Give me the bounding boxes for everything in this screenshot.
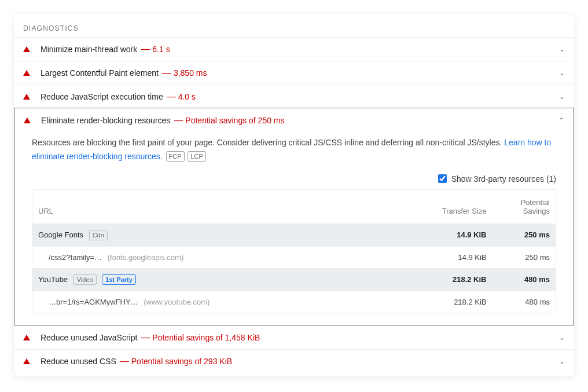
group-name: YouTube: [38, 275, 68, 284]
resource-url-cell: …br=1/rs=AGKMywFHY… (www.youtube.com): [32, 291, 385, 313]
audit-metric: Potential savings of 1,458 KiB: [152, 333, 260, 342]
chevron-down-icon: ⌄: [559, 93, 565, 101]
dash: —: [141, 332, 150, 343]
resource-row[interactable]: …br=1/rs=AGKMywFHY… (www.youtube.com) 21…: [32, 291, 556, 313]
diagnostics-panel: DIAGNOSTICS Minimize main-thread work — …: [14, 14, 574, 376]
chevron-down-icon: ⌄: [559, 357, 565, 365]
audit-title: Reduce unused JavaScript: [41, 333, 137, 342]
resource-host: (fonts.googleapis.com): [108, 253, 184, 262]
audit-metric: 6.1 s: [152, 45, 170, 54]
dash: —: [120, 356, 129, 367]
group-transfer: 218.2 KiB: [384, 268, 492, 291]
audit-header[interactable]: Minimize main-thread work — 6.1 s ⌄: [14, 38, 574, 61]
group-savings: 480 ms: [493, 268, 556, 291]
section-title: DIAGNOSTICS: [14, 14, 574, 37]
group-name-cell: Google Fonts Cdn: [32, 224, 385, 247]
table-header-row: URL Transfer Size Potential Savings: [32, 189, 556, 224]
triangle-icon: [23, 358, 30, 364]
audit-minimize-main-thread: Minimize main-thread work — 6.1 s ⌄: [14, 37, 574, 61]
dash: —: [162, 68, 171, 78]
fcp-badge: FCP: [166, 151, 185, 162]
resource-path: …br=1/rs=AGKMywFHY…: [38, 298, 138, 306]
resource-savings: 250 ms: [493, 247, 556, 268]
group-savings: 250 ms: [493, 224, 556, 247]
audit-title: Reduce unused CSS: [41, 357, 116, 366]
col-transfer: Transfer Size: [384, 189, 492, 224]
tag-cdn: Cdn: [89, 230, 108, 240]
chevron-up-icon: ⌃: [558, 116, 564, 124]
audit-title: Minimize main-thread work: [41, 45, 137, 54]
col-savings: Potential Savings: [493, 189, 556, 224]
chevron-down-icon: ⌄: [559, 45, 565, 53]
audit-unused-js: Reduce unused JavaScript — Potential sav…: [14, 325, 574, 349]
chevron-down-icon: ⌄: [559, 69, 565, 77]
resource-transfer: 218.2 KiB: [384, 291, 492, 313]
tag-1st-party: 1st Party: [102, 274, 135, 285]
audit-metric: Potential savings of 293 KiB: [131, 357, 232, 366]
audit-body: Resources are blocking the first paint o…: [14, 133, 574, 325]
lcp-badge: LCP: [188, 151, 205, 162]
chevron-down-icon: ⌄: [559, 334, 565, 342]
group-name: Google Fonts: [38, 230, 83, 239]
resource-savings: 480 ms: [493, 291, 556, 313]
show-3rd-party: Show 3rd-party resources (1): [32, 174, 556, 184]
audit-header[interactable]: Reduce unused JavaScript — Potential sav…: [14, 326, 574, 349]
desc-post: .: [160, 152, 165, 161]
audit-header[interactable]: Reduce unused CSS — Potential savings of…: [14, 350, 574, 373]
desc-text: Resources are blocking the first paint o…: [32, 138, 504, 147]
resource-transfer: 14.9 KiB: [384, 247, 492, 268]
triangle-icon: [23, 94, 30, 100]
audit-header[interactable]: Reduce JavaScript execution time — 4.0 s…: [14, 85, 574, 108]
dash: —: [174, 115, 183, 126]
dash: —: [167, 91, 176, 102]
col-url: URL: [32, 189, 385, 224]
group-transfer: 14.9 KiB: [384, 224, 492, 247]
triangle-icon: [23, 70, 30, 76]
triangle-icon: [24, 118, 31, 123]
audit-description: Resources are blocking the first paint o…: [32, 136, 556, 164]
resource-url-cell: /css2?family=… (fonts.googleapis.com): [32, 247, 385, 268]
group-row-google-fonts[interactable]: Google Fonts Cdn 14.9 KiB 250 ms: [32, 224, 556, 247]
resource-row[interactable]: /css2?family=… (fonts.googleapis.com) 14…: [32, 247, 556, 268]
audit-metric: 3,850 ms: [174, 68, 207, 78]
audit-render-blocking: Eliminate render-blocking resources — Po…: [14, 108, 574, 325]
audit-header[interactable]: Eliminate render-blocking resources — Po…: [14, 108, 574, 133]
audit-header[interactable]: Largest Contentful Paint element — 3,850…: [14, 61, 574, 85]
show-3rd-party-checkbox[interactable]: [438, 174, 447, 183]
audit-lcp-element: Largest Contentful Paint element — 3,850…: [14, 61, 574, 85]
audit-js-execution-time: Reduce JavaScript execution time — 4.0 s…: [14, 85, 574, 108]
resource-host: (www.youtube.com): [144, 298, 210, 306]
group-name-cell: YouTube Video 1st Party: [32, 268, 385, 291]
audit-title: Largest Contentful Paint element: [41, 68, 159, 78]
group-row-youtube[interactable]: YouTube Video 1st Party 218.2 KiB 480 ms: [32, 268, 556, 291]
show-3rd-party-label: Show 3rd-party resources (1): [451, 174, 556, 184]
dash: —: [141, 44, 150, 54]
audit-title: Reduce JavaScript execution time: [41, 92, 163, 101]
tag-video: Video: [74, 274, 97, 285]
audit-unused-css: Reduce unused CSS — Potential savings of…: [14, 349, 574, 373]
resources-table: URL Transfer Size Potential Savings Goog…: [32, 189, 556, 313]
resource-path: /css2?family=…: [38, 253, 102, 262]
audit-title: Eliminate render-blocking resources: [41, 116, 170, 125]
triangle-icon: [23, 335, 30, 340]
audit-metric: Potential savings of 250 ms: [185, 116, 284, 125]
triangle-icon: [23, 46, 30, 52]
audit-metric: 4.0 s: [178, 92, 196, 101]
